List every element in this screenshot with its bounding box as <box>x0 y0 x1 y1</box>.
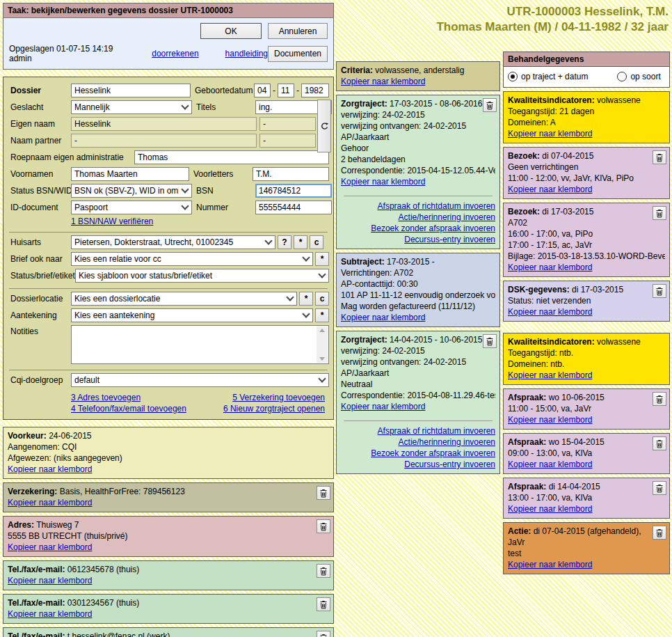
eigen-naam-input <box>71 117 257 131</box>
cqi-doelgroep-select[interactable]: default <box>71 373 329 387</box>
add-visit-link[interactable]: Bezoek zonder afspraak invoeren <box>371 448 495 458</box>
status-bsn-label: Status BSN/WID <box>10 186 71 196</box>
delete-button[interactable] <box>653 481 666 495</box>
bsn-naw-verify-link[interactable]: 1 BSN/NAW verifiëren <box>71 217 153 226</box>
notities-textarea[interactable] <box>71 325 329 364</box>
copy-clipboard-link[interactable]: Kopieer naar klembord <box>508 560 592 569</box>
copy-clipboard-link[interactable]: Kopieer naar klembord <box>508 415 592 425</box>
voorletters-input[interactable] <box>253 167 329 181</box>
delete-button[interactable] <box>653 526 666 540</box>
copy-clipboard-link[interactable]: Kopieer naar klembord <box>508 370 592 380</box>
dossierlocatie-select[interactable]: Kies een dossierlocatie <box>71 292 297 306</box>
copy-clipboard-link[interactable]: Kopieer naar klembord <box>341 402 425 411</box>
copy-clipboard-link[interactable]: Kopieer naar klembord <box>8 498 92 508</box>
notities-scrollbar[interactable] <box>317 327 328 363</box>
copy-clipboard-link[interactable]: Kopieer naar klembord <box>508 184 592 194</box>
copy-clipboard-link[interactable]: Kopieer naar klembord <box>8 464 92 474</box>
radio-op-traject-datum[interactable]: op traject + datum <box>508 72 588 81</box>
delete-button[interactable] <box>317 597 330 611</box>
delete-button[interactable] <box>483 98 497 112</box>
dossierlocatie-copy-button[interactable]: c <box>315 292 329 306</box>
copy-clipboard-link[interactable]: Kopieer naar klembord <box>341 313 425 322</box>
brief-new-button[interactable]: * <box>315 252 329 266</box>
aantekening-new-button[interactable]: * <box>315 308 329 322</box>
id-document-select[interactable]: Paspoort <box>71 200 192 214</box>
copy-clipboard-link[interactable]: Kopieer naar klembord <box>508 307 592 317</box>
roepnaam-input[interactable] <box>134 150 329 164</box>
box-line: verwijzing ontvangen: 24-02-2015 <box>341 356 495 368</box>
trash-icon <box>486 101 494 110</box>
documents-button[interactable]: Documenten <box>268 46 328 62</box>
birth-month-input[interactable] <box>278 84 294 97</box>
delete-button[interactable] <box>317 631 330 637</box>
huisarts-help-button[interactable]: ? <box>278 235 291 249</box>
delete-button[interactable] <box>653 437 666 450</box>
add-appointment-link[interactable]: Afspraak of richtdatum invoeren <box>378 426 495 436</box>
radio-op-soort[interactable]: op soort <box>617 72 660 81</box>
delete-button[interactable] <box>653 150 666 164</box>
scroll-up-icon[interactable] <box>319 329 325 332</box>
box-line: 17:00 - 17:15, ac, JaVr <box>508 239 665 251</box>
copy-clipboard-link[interactable]: Kopieer naar klembord <box>341 177 425 187</box>
birth-year-input[interactable] <box>301 84 329 97</box>
copy-clipboard-link[interactable]: Kopieer naar klembord <box>8 576 92 585</box>
aantekening-label: Aantekening <box>10 310 71 320</box>
copy-clipboard-link[interactable]: Kopieer naar klembord <box>508 129 592 139</box>
copy-clipboard-link[interactable]: Kopieer naar klembord <box>508 459 592 469</box>
nummer-input[interactable] <box>255 200 332 214</box>
birth-day-input[interactable] <box>254 84 271 97</box>
radio-button-icon[interactable] <box>617 72 627 81</box>
add-decursus-link[interactable]: Decursus-entry invoeren <box>404 235 495 244</box>
huisarts-new-button[interactable]: * <box>294 235 307 249</box>
radio-button-icon[interactable] <box>508 72 518 81</box>
add-appointment-link[interactable]: Afspraak of richtdatum invoeren <box>378 201 495 211</box>
box-line: AP/Jaarkaart <box>341 368 495 379</box>
task-title: Taak: bekijken/bewerken gegevens dossier… <box>3 3 333 18</box>
add-visit-link[interactable]: Bezoek zonder afspraak invoeren <box>371 223 495 233</box>
dossierlocatie-new-button[interactable]: * <box>299 292 313 306</box>
add-decursus-link[interactable]: Decursus-entry invoeren <box>404 459 495 469</box>
handleiding-link[interactable]: handleiding <box>225 49 268 58</box>
ok-button[interactable]: OK <box>200 23 262 39</box>
scroll-down-icon[interactable] <box>319 357 325 361</box>
copy-clipboard-link[interactable]: Kopieer naar klembord <box>8 609 92 619</box>
doorrekenen-link[interactable]: doorrekenen <box>152 49 198 58</box>
delete-button[interactable] <box>653 284 666 298</box>
huisarts-copy-button[interactable]: c <box>310 235 323 249</box>
box-line: Correspondentie: 2015-04-15-12.05.44-Ve <box>341 165 495 176</box>
open-zorgtraject-link[interactable]: 6 Nieuw zorgtraject openen <box>223 404 325 414</box>
copy-clipboard-link[interactable]: Kopieer naar klembord <box>341 77 425 86</box>
add-address-link[interactable]: 3 Adres toevoegen <box>71 393 223 402</box>
delete-button[interactable] <box>317 486 330 500</box>
copy-clipboard-link[interactable]: Kopieer naar klembord <box>8 542 92 552</box>
add-phone-link[interactable]: 4 Telefoon/fax/email toevoegen <box>71 404 223 414</box>
geslacht-select[interactable]: Mannelijk <box>71 100 192 114</box>
separator <box>9 232 328 233</box>
copy-clipboard-link[interactable]: Kopieer naar klembord <box>508 504 592 514</box>
delete-button[interactable] <box>317 564 330 578</box>
status-brief-select[interactable]: Kies sjabloon voor status/brief/etiket <box>75 269 329 283</box>
delete-button[interactable] <box>483 334 497 348</box>
delete-button[interactable] <box>317 519 330 533</box>
voornamen-input[interactable] <box>71 167 189 181</box>
chevron-down-icon <box>181 102 189 109</box>
bsn-input[interactable] <box>255 184 332 198</box>
box-line: Neutraal <box>341 379 495 390</box>
criteria-box: Criteria: volwassene, anderstalig Kopiee… <box>336 61 500 91</box>
chevron-down-icon <box>302 310 310 317</box>
add-action-link[interactable]: Actie/herinnering invoeren <box>399 212 495 222</box>
status-bsn-select[interactable]: BSN ok (SBV-Z), WID in omloop <box>71 184 192 198</box>
brief-ook-naar-select[interactable]: Kies een relatie voor cc <box>71 252 313 266</box>
aantekening-select[interactable]: Kies een aantekening <box>71 308 313 322</box>
cancel-button[interactable]: Annuleren <box>268 23 328 39</box>
huisarts-select[interactable]: Pietersen, Dokterstraat, Utrecht, 010023… <box>71 235 275 249</box>
delete-button[interactable] <box>653 392 666 406</box>
trash-icon <box>655 528 664 537</box>
dossier-input[interactable] <box>71 84 191 97</box>
add-insurance-link[interactable]: 5 Verzekering toevoegen <box>223 393 325 402</box>
brief-ook-naar-label: Brief ook naar <box>10 254 71 264</box>
delete-button[interactable] <box>653 206 666 220</box>
add-action-link[interactable]: Actie/herinnering invoeren <box>399 437 495 447</box>
copy-clipboard-link[interactable]: Kopieer naar klembord <box>508 262 592 272</box>
swap-names-button[interactable] <box>317 100 331 152</box>
